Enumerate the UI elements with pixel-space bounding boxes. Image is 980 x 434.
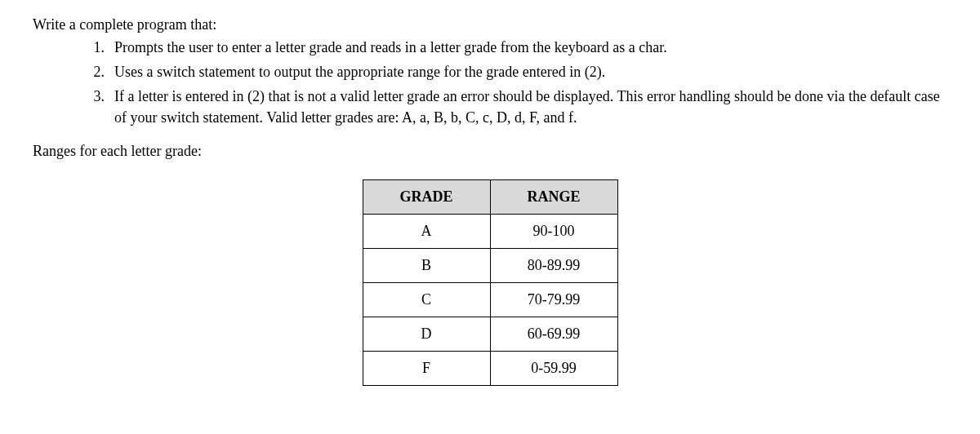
cell-grade: B: [363, 249, 490, 283]
list-text: If a letter is entered in (2) that is no…: [114, 86, 947, 128]
table-container: GRADE RANGE A 90-100 B 80-89.99 C 70-79.…: [33, 179, 947, 386]
numbered-list: 1. Prompts the user to enter a letter gr…: [33, 37, 947, 128]
list-number: 3.: [82, 86, 105, 128]
intro-text: Write a complete program that:: [33, 16, 947, 33]
cell-range: 0-59.99: [490, 352, 617, 386]
table-row: F 0-59.99: [363, 352, 617, 386]
cell-range: 90-100: [490, 215, 617, 249]
header-grade: GRADE: [363, 180, 490, 215]
list-item: 2. Uses a switch statement to output the…: [82, 61, 947, 82]
list-number: 1.: [82, 37, 105, 58]
cell-grade: C: [363, 283, 490, 317]
table-header-row: GRADE RANGE: [363, 180, 617, 215]
list-text: Uses a switch statement to output the ap…: [114, 61, 947, 82]
grade-range-table: GRADE RANGE A 90-100 B 80-89.99 C 70-79.…: [363, 179, 618, 386]
list-item: 1. Prompts the user to enter a letter gr…: [82, 37, 947, 58]
table-row: B 80-89.99: [363, 249, 617, 283]
list-text: Prompts the user to enter a letter grade…: [114, 37, 947, 58]
cell-grade: F: [363, 352, 490, 386]
list-number: 2.: [82, 61, 105, 82]
ranges-label: Ranges for each letter grade:: [33, 143, 947, 160]
cell-grade: A: [363, 215, 490, 249]
header-range: RANGE: [490, 180, 617, 215]
cell-range: 70-79.99: [490, 283, 617, 317]
cell-range: 80-89.99: [490, 249, 617, 283]
table-row: C 70-79.99: [363, 283, 617, 317]
cell-grade: D: [363, 317, 490, 352]
table-row: D 60-69.99: [363, 317, 617, 352]
list-item: 3. If a letter is entered in (2) that is…: [82, 86, 947, 128]
table-row: A 90-100: [363, 215, 617, 249]
cell-range: 60-69.99: [490, 317, 617, 352]
